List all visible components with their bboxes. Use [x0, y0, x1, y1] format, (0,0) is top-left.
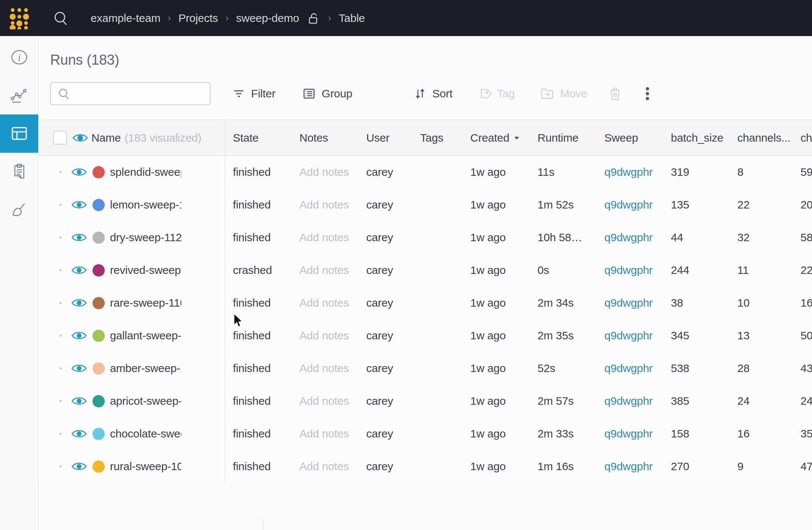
column-header-sweep[interactable]: Sweep [597, 132, 663, 144]
table-row[interactable]: apricot-sweep-107 finished Add notes car… [38, 385, 812, 417]
drag-handle-dot[interactable] [53, 204, 68, 206]
run-notes[interactable]: Add notes [292, 264, 358, 277]
run-created: 1w ago [462, 395, 530, 407]
search-icon[interactable] [53, 10, 69, 26]
column-header-created[interactable]: Created [462, 132, 530, 144]
sidebar-item-overview[interactable]: i [0, 38, 38, 76]
run-sweep-link[interactable]: q9dwgphr [604, 198, 653, 211]
run-batch-size: 44 [663, 231, 730, 244]
table-row[interactable]: lemon-sweep-113 finished Add notes carey… [38, 188, 812, 221]
run-sweep-link[interactable]: q9dwgphr [604, 395, 653, 407]
drag-handle-dot[interactable] [53, 335, 68, 337]
drag-handle-dot[interactable] [53, 302, 68, 304]
run-color-dot [92, 428, 105, 440]
table-row[interactable]: chocolate-sweep-106 finished Add notes c… [38, 417, 812, 450]
run-sweep-link[interactable]: q9dwgphr [604, 297, 653, 309]
visibility-eye-icon[interactable] [71, 461, 87, 472]
column-header-state[interactable]: State [225, 120, 292, 155]
run-notes[interactable]: Add notes [292, 427, 358, 440]
select-all-checkbox[interactable] [53, 131, 67, 145]
run-batch-size: 158 [663, 427, 730, 440]
table-row[interactable]: dry-sweep-112 finished Add notes carey 1… [38, 221, 812, 254]
run-runtime: 1m 16s [530, 460, 597, 473]
column-header-runtime[interactable]: Runtime [530, 132, 597, 144]
table-row[interactable]: rare-sweep-110 finished Add notes carey … [38, 287, 812, 319]
run-sweep-link[interactable]: q9dwgphr [604, 362, 653, 374]
breadcrumb-projects[interactable]: Projects [178, 12, 218, 25]
breadcrumb-project[interactable]: sweep-demo [236, 12, 299, 25]
table-row[interactable]: rural-sweep-105 finished Add notes carey… [38, 450, 812, 483]
runs-search-box[interactable] [50, 82, 211, 105]
run-channels: 28 [730, 362, 793, 375]
drag-handle-dot[interactable] [53, 367, 68, 369]
visibility-eye-icon[interactable] [71, 232, 87, 243]
column-header-name[interactable]: Name [91, 132, 121, 144]
table-header-row: Name (183 visualized) State Notes User T… [38, 120, 812, 156]
visibility-eye-icon[interactable] [71, 265, 87, 276]
run-sweep-link[interactable]: q9dwgphr [604, 166, 653, 178]
run-notes[interactable]: Add notes [292, 460, 358, 473]
table-row[interactable]: amber-sweep-108 finished Add notes carey… [38, 352, 812, 385]
breadcrumb-view[interactable]: Table [339, 12, 365, 25]
table-row[interactable]: splendid-sweep-114 finished Add notes ca… [38, 156, 812, 188]
visibility-eye-icon[interactable] [71, 395, 87, 407]
run-sweep-link[interactable]: q9dwgphr [604, 231, 653, 243]
runs-panel: Runs (183) Filter Group Sort [38, 36, 812, 530]
visibility-eye-icon[interactable] [71, 363, 87, 374]
sidebar-item-table[interactable] [0, 114, 38, 153]
run-notes[interactable]: Add notes [292, 395, 358, 407]
move-button[interactable]: Move [540, 82, 587, 105]
drag-handle-dot[interactable] [53, 433, 68, 435]
drag-handle-dot[interactable] [53, 465, 68, 468]
visibility-eye-icon[interactable] [71, 330, 87, 341]
drag-handle-dot[interactable] [53, 236, 68, 239]
column-header-batch-size[interactable]: batch_size [663, 132, 730, 144]
runs-search-input[interactable] [75, 88, 208, 100]
visibility-eye-icon[interactable] [71, 167, 87, 178]
trash-icon [608, 86, 623, 101]
visibility-eye-icon[interactable] [71, 428, 87, 439]
group-label: Group [322, 87, 352, 100]
table-row[interactable]: revived-sweep-111 crashed Add notes care… [38, 254, 812, 287]
group-button[interactable]: Group [302, 82, 352, 105]
sidebar: i [0, 36, 38, 530]
visibility-all-icon[interactable] [72, 132, 88, 143]
run-batch-size: 319 [663, 166, 730, 178]
sidebar-item-notes[interactable] [0, 153, 38, 191]
sidebar-item-charts[interactable] [0, 76, 38, 114]
run-sweep-link[interactable]: q9dwgphr [604, 460, 653, 472]
wandb-logo[interactable] [8, 7, 30, 29]
column-header-channels[interactable]: channels... [730, 132, 793, 144]
drag-handle-dot[interactable] [53, 269, 68, 271]
run-notes[interactable]: Add notes [292, 231, 358, 244]
visibility-eye-icon[interactable] [71, 297, 87, 308]
more-actions-button[interactable] [641, 82, 654, 105]
sort-button[interactable]: Sort [413, 82, 452, 105]
column-header-channels-2[interactable]: ch [793, 132, 812, 144]
breadcrumb-team[interactable]: example-team [91, 12, 160, 25]
column-header-notes[interactable]: Notes [292, 132, 358, 144]
run-notes[interactable]: Add notes [292, 198, 358, 211]
run-created: 1w ago [462, 427, 530, 440]
run-sweep-link[interactable]: q9dwgphr [604, 329, 653, 342]
column-header-tags[interactable]: Tags [412, 132, 462, 144]
run-notes[interactable]: Add notes [292, 166, 358, 178]
run-notes[interactable]: Add notes [292, 362, 358, 375]
table-row[interactable]: gallant-sweep-109 finished Add notes car… [38, 319, 812, 352]
filter-button[interactable]: Filter [232, 82, 275, 105]
drag-handle-dot[interactable] [53, 171, 68, 173]
delete-button[interactable] [608, 82, 623, 105]
column-header-user[interactable]: User [358, 132, 412, 144]
visibility-eye-icon[interactable] [71, 199, 87, 210]
sidebar-item-sweeps[interactable] [0, 191, 38, 229]
run-sweep-link[interactable]: q9dwgphr [604, 427, 653, 440]
run-notes[interactable]: Add notes [292, 329, 358, 342]
tag-button[interactable]: Tag [477, 82, 515, 105]
breadcrumb: example-team › Projects › sweep-demo › T… [91, 12, 365, 25]
run-state: finished [225, 450, 292, 483]
run-name: chocolate-sweep-106 [110, 427, 181, 440]
run-sweep-link[interactable]: q9dwgphr [604, 264, 653, 276]
run-notes[interactable]: Add notes [292, 297, 358, 309]
run-created: 1w ago [462, 297, 530, 309]
drag-handle-dot[interactable] [53, 400, 68, 402]
